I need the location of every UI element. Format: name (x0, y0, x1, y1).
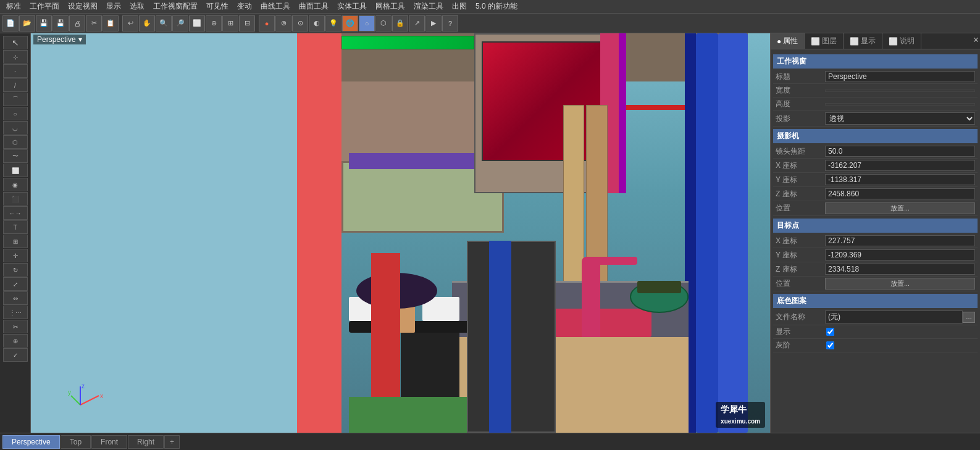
prop-height-value[interactable] (825, 103, 975, 106)
prop-width-value[interactable] (825, 90, 975, 92)
toolbar-zoom-out[interactable]: 🔎 (172, 15, 188, 31)
menu-item-standard[interactable]: 标准 (2, 0, 25, 13)
tool-curve[interactable]: ⌒ (3, 93, 28, 106)
prop-cam-z-value[interactable]: 2458.860 (825, 188, 975, 199)
toolbar-play[interactable]: ▶ (425, 15, 442, 31)
tool-move[interactable]: ✛ (3, 249, 28, 262)
btab-perspective[interactable]: Perspective (2, 435, 60, 449)
prop-bg-filename-browse[interactable]: … (963, 312, 975, 323)
toolbar-save-as[interactable]: 💾 (52, 15, 69, 31)
toolbar-zoom-extents[interactable]: ⊕ (206, 15, 222, 31)
menu-item-display[interactable]: 显示 (103, 0, 125, 13)
tool-point[interactable]: · (3, 64, 28, 78)
viewport-label[interactable]: Perspective ▾ (33, 35, 86, 44)
prop-cam-pos-btn[interactable]: 放置... (825, 202, 975, 214)
toolbar-arrow[interactable]: ↗ (409, 15, 425, 31)
toolbar-help[interactable]: ? (442, 15, 458, 31)
tool-scale[interactable]: ⤢ (3, 277, 28, 291)
prop-tgt-pos-btn[interactable]: 放置... (825, 278, 975, 290)
menu-item-transform[interactable]: 变动 (233, 0, 256, 13)
prop-bg-show-checkbox[interactable] (826, 328, 834, 336)
menu-item-mesh-tools[interactable]: 网格工具 (372, 0, 409, 13)
toolbar-obj[interactable]: ⬡ (375, 15, 392, 31)
btab-top[interactable]: Top (61, 435, 91, 449)
toolbar-save[interactable]: 💾 (36, 15, 52, 31)
toolbar-pan[interactable]: ✋ (139, 15, 155, 31)
tool-text[interactable]: T (3, 220, 28, 234)
prop-tgt-x-value[interactable]: 227.757 (825, 235, 975, 246)
toolbar-point[interactable]: ● (259, 15, 275, 31)
tool-surface[interactable]: ⬜ (3, 164, 28, 177)
tool-dimension[interactable]: ←→ (3, 206, 28, 220)
menu-item-print[interactable]: 出图 (448, 0, 471, 13)
viewport[interactable]: Perspective ▾ (31, 33, 770, 433)
prop-tgt-z-value[interactable]: 2334.518 (825, 264, 975, 275)
toolbar-zoom-in[interactable]: 🔍 (156, 15, 172, 31)
tool-polygon[interactable]: ⬡ (3, 135, 28, 149)
toolbar-material[interactable]: ◐ (309, 15, 325, 31)
tool-snap-grid[interactable]: ⊞ (3, 235, 28, 248)
tool-mirror[interactable]: ⇔ (3, 291, 28, 305)
tab-notes[interactable]: ⬜ 说明 (882, 33, 921, 49)
menu-item-curve-tools[interactable]: 曲线工具 (257, 0, 294, 13)
menu-item-workplane[interactable]: 工作平面 (26, 0, 63, 13)
tab-display-icon: ⬜ (850, 37, 859, 46)
toolbar-new[interactable]: 📄 (2, 15, 19, 31)
right-panel-close[interactable]: × (972, 33, 980, 49)
toolbar-copy[interactable]: 📋 (103, 15, 119, 31)
viewport-dropdown-icon[interactable]: ▾ (78, 35, 82, 44)
menu-item-surface-tools[interactable]: 曲面工具 (295, 0, 332, 13)
toolbar-open[interactable]: 📂 (19, 15, 35, 31)
tool-select2[interactable]: ⊹ (3, 50, 28, 64)
btab-add[interactable]: + (164, 435, 180, 449)
menu-item-select[interactable]: 选取 (126, 0, 148, 13)
toolbar-lock[interactable]: 🔒 (392, 15, 408, 31)
tool-array[interactable]: ⋮⋯ (3, 306, 28, 319)
menu-item-solid-tools[interactable]: 实体工具 (333, 0, 371, 13)
tool-arc[interactable]: ◡ (3, 121, 28, 135)
prop-tgt-y-value[interactable]: -1209.369 (825, 249, 975, 260)
menu-item-render-tools[interactable]: 渲染工具 (410, 0, 447, 13)
tool-rotate[interactable]: ↻ (3, 263, 28, 277)
toolbar-render[interactable]: 🌐 (342, 15, 358, 31)
tool-sphere[interactable]: ◉ (3, 178, 28, 191)
prop-cam-y-value[interactable]: -1138.317 (825, 174, 975, 185)
scene-red-wall-left (297, 33, 341, 433)
tool-check[interactable]: ✓ (3, 348, 28, 362)
tool-box[interactable]: ⬛ (3, 192, 28, 206)
tab-properties[interactable]: ● 属性 (771, 33, 805, 49)
prop-focal-value[interactable]: 50.0 (825, 146, 975, 157)
prop-bg-gray-checkbox[interactable] (826, 341, 834, 349)
section-camera-title: 摄影机 (773, 129, 978, 143)
toolbar-undo[interactable]: ↩ (122, 15, 138, 31)
toolbar-snap[interactable]: ⊚ (275, 15, 291, 31)
toolbar-cut[interactable]: ✂ (86, 15, 102, 31)
tool-circle[interactable]: ○ (3, 107, 28, 120)
btab-right[interactable]: Right (128, 435, 164, 449)
prop-projection-dropdown[interactable]: 透视 (825, 112, 975, 125)
toolbar-zoom-all[interactable]: ⊞ (222, 15, 238, 31)
tab-display[interactable]: ⬜ 显示 (844, 33, 882, 49)
tool-trim[interactable]: ✂ (3, 320, 28, 333)
prop-cam-x-row: X 座标 -3162.207 (773, 159, 978, 173)
toolbar-print[interactable]: 🖨 (69, 15, 85, 31)
menu-item-setview[interactable]: 设定视图 (64, 0, 101, 13)
tool-bool[interactable]: ⊕ (3, 334, 28, 348)
prop-cam-x-value[interactable]: -3162.207 (825, 160, 975, 171)
prop-bg-filename-value[interactable]: (无) (825, 310, 963, 323)
tool-freeform[interactable]: 〜 (3, 149, 28, 163)
prop-title-value[interactable]: Perspective (825, 71, 975, 82)
tool-select[interactable]: ↖ (3, 36, 28, 49)
menu-item-new-features[interactable]: 5.0 的新功能 (472, 0, 521, 13)
toolbar-snap2[interactable]: ⊙ (292, 15, 308, 31)
menu-item-viewport-config[interactable]: 工作视窗配置 (149, 0, 201, 13)
toolbar-light[interactable]: 💡 (325, 15, 341, 31)
3d-scene[interactable]: x y z 学犀牛 xueximu.com (31, 33, 770, 433)
tab-layers[interactable]: ⬜ 图层 (805, 33, 844, 49)
toolbar-viewport-layout[interactable]: ⊟ (239, 15, 255, 31)
toolbar-zoom-window[interactable]: ⬜ (189, 15, 205, 31)
toolbar-render2[interactable]: ○ (359, 15, 375, 31)
tool-line[interactable]: / (3, 78, 28, 92)
btab-front[interactable]: Front (91, 435, 127, 449)
menu-item-visibility[interactable]: 可见性 (203, 0, 232, 13)
